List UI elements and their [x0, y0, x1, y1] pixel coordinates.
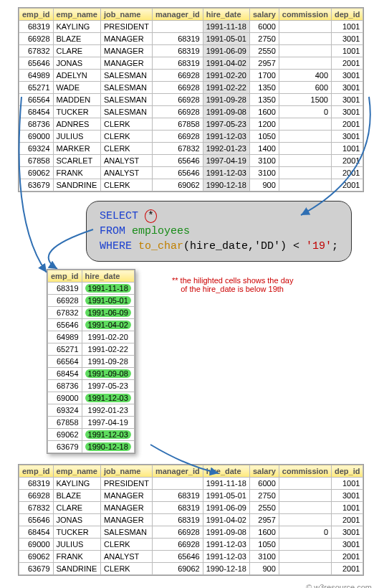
cell-commission — [279, 563, 331, 575]
cell-emp_id: 65271 — [19, 82, 54, 94]
cell-job_name: PRESIDENT — [101, 478, 153, 490]
cell-dep_id: 1001 — [332, 502, 363, 514]
cell-manager_id: 66928 — [152, 131, 203, 143]
cell-emp_id: 63679 — [19, 179, 54, 191]
cell-commission — [279, 551, 331, 563]
highlight-note: ** the hilighted cells shows the day of … — [172, 276, 293, 293]
cell-emp_id: 66564 — [48, 356, 82, 368]
table-row: 65646JONASMANAGER683191991-04-0229572001 — [19, 514, 363, 526]
cell-commission: 1500 — [279, 94, 331, 106]
cell-job_name: CLERK — [101, 563, 153, 575]
cell-manager_id: 69062 — [152, 179, 203, 191]
cell-emp_id: 67832 — [48, 307, 82, 319]
cell-dep_id: 1001 — [332, 143, 363, 155]
table-row: 66564MADDENSALESMAN669281991-09-28135015… — [19, 94, 363, 106]
cell-commission — [279, 539, 331, 551]
cell-dep_id: 2001 — [332, 155, 363, 167]
cell-hire_date: 1991-12-03 — [203, 539, 249, 551]
cell-salary: 3100 — [250, 551, 279, 563]
cell-hire_date: 1991-09-28 — [82, 356, 134, 368]
cell-hire_date: 1990-12-18 — [203, 563, 249, 575]
cell-emp_id: 63679 — [19, 563, 54, 575]
cell-manager_id: 65646 — [152, 155, 203, 167]
cell-hire_date: 1991-02-20 — [203, 70, 249, 82]
table-row: 67832CLAREMANAGER683191991-06-0925501001 — [19, 502, 363, 514]
cell-commission — [279, 502, 331, 514]
cell-job_name: ANALYST — [101, 551, 153, 563]
table-row: 65271WADESALESMAN669281991-02-2213506003… — [19, 82, 363, 94]
table-row: 678321991-06-09 — [48, 307, 135, 319]
cell-commission — [279, 155, 331, 167]
table-row: 68736ADNRESCLERK678581997-05-2312002001 — [19, 118, 363, 131]
cell-dep_id: 2001 — [332, 57, 363, 70]
cell-emp_name: CLARE — [53, 45, 100, 57]
cell-hire_date: 1991-12-03 — [203, 131, 249, 143]
cell-emp_name: KAYLING — [53, 478, 100, 490]
cell-hire_date: 1991-02-22 — [203, 82, 249, 94]
cell-manager_id: 66928 — [152, 526, 203, 539]
cell-emp_name: JONAS — [53, 57, 100, 70]
cell-hire_date: 1991-05-01 — [82, 295, 134, 307]
cell-dep_id: 3001 — [332, 490, 363, 502]
cell-emp_id: 69062 — [48, 429, 82, 441]
cell-hire_date: 1991-09-28 — [203, 94, 249, 106]
cell-emp_id: 65646 — [48, 319, 82, 331]
cell-hire_date: 1991-12-03 — [203, 551, 249, 563]
cell-job_name: MANAGER — [101, 57, 153, 70]
cell-emp_id: 63679 — [48, 441, 82, 453]
cell-manager_id: 69062 — [152, 563, 203, 575]
cell-hire_date: 1991-05-01 — [203, 490, 249, 502]
cell-emp_id: 69062 — [19, 551, 54, 563]
cell-hire_date: 1991-09-08 — [82, 368, 134, 380]
cell-dep_id: 3001 — [332, 539, 363, 551]
cell-salary: 2550 — [250, 45, 279, 57]
cell-emp_id: 69324 — [19, 143, 54, 155]
cell-salary: 1350 — [250, 94, 279, 106]
cell-job_name: MANAGER — [101, 514, 153, 526]
cell-commission — [279, 490, 331, 502]
cell-emp_id: 69000 — [19, 539, 54, 551]
table-row: 684541991-09-08 — [48, 368, 135, 380]
cell-emp_id: 68454 — [19, 106, 54, 118]
cell-manager_id: 66928 — [152, 70, 203, 82]
sql-query-box: SELECT * FROM employees WHERE to_char(hi… — [86, 201, 352, 262]
table-row: 652711991-02-22 — [48, 343, 135, 356]
cell-hire_date: 1991-06-09 — [82, 307, 134, 319]
cell-emp_name: JULIUS — [53, 539, 100, 551]
cell-dep_id: 3001 — [332, 106, 363, 118]
cell-commission — [279, 167, 331, 179]
cell-emp_id: 68319 — [19, 21, 54, 33]
table-row: 678581997-04-19 — [48, 417, 135, 429]
cell-dep_id: 3001 — [332, 82, 363, 94]
table-row: 65646JONASMANAGER683191991-04-0229572001 — [19, 57, 363, 70]
cell-emp_id: 66928 — [19, 490, 54, 502]
col-hire_date: hire_date — [82, 270, 134, 283]
cell-manager_id: 66928 — [152, 106, 203, 118]
cell-commission — [279, 57, 331, 70]
cell-hire_date: 1991-12-03 — [82, 392, 134, 404]
table-row: 669281991-05-01 — [48, 295, 135, 307]
cell-commission: 400 — [279, 70, 331, 82]
sql-args: (hire_date,'DD') — [183, 240, 287, 252]
table-row: 690621991-12-03 — [48, 429, 135, 441]
cell-dep_id: 2001 — [332, 179, 363, 191]
cell-salary: 1200 — [250, 118, 279, 131]
table-row: 69062FRANKANALYST656461991-12-0331002001 — [19, 167, 363, 179]
table-row: 68454TUCKERSALESMAN669281991-09-08160003… — [19, 106, 363, 118]
cell-job_name: MANAGER — [101, 490, 153, 502]
table-row: 69324MARKERCLERK678321992-01-2314001001 — [19, 143, 363, 155]
cell-emp_name: TUCKER — [53, 526, 100, 539]
table-row: 687361997-05-23 — [48, 380, 135, 392]
cell-emp_id: 67832 — [19, 502, 54, 514]
cell-emp_id: 67858 — [48, 417, 82, 429]
table-row: 67858SCARLETANALYST656461997-04-19310020… — [19, 155, 363, 167]
table-row: 693241992-01-23 — [48, 404, 135, 417]
col-salary: salary — [250, 9, 279, 21]
cell-hire_date: 1991-06-09 — [203, 45, 249, 57]
result-table: emp_idemp_namejob_namemanager_idhire_dat… — [18, 464, 364, 576]
cell-emp_id: 68454 — [48, 368, 82, 380]
table-row: 665641991-09-28 — [48, 356, 135, 368]
cell-salary: 1350 — [250, 82, 279, 94]
cell-emp_id: 65271 — [48, 343, 82, 356]
cell-dep_id: 3001 — [332, 94, 363, 106]
